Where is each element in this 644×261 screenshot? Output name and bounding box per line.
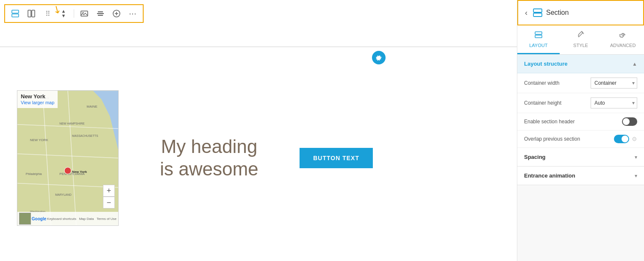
svg-text:MARYLAND: MARYLAND	[55, 193, 71, 196]
map-controls: + −	[103, 185, 115, 208]
container-height-select[interactable]: Auto Min Height Full Height	[591, 97, 637, 108]
spacing-chevron: ▾	[635, 154, 637, 160]
panel-title: Section	[546, 9, 569, 17]
map-thumbnail	[19, 213, 31, 225]
map-city-name: New York	[21, 93, 54, 100]
section-panel-icon	[533, 8, 543, 18]
svg-rect-4	[81, 11, 88, 16]
map-footer-text: Keyboard shortcuts Map Data Terms of Use	[47, 217, 117, 221]
svg-point-5	[83, 12, 84, 14]
tab-layout[interactable]: LAYOUT	[517, 25, 560, 54]
layout-structure-header[interactable]: Layout structure ▲	[517, 55, 644, 73]
google-logo: Google	[32, 217, 46, 221]
container-width-label: Container width	[524, 80, 559, 86]
panel-tabs: LAYOUT STYLE ADVANCED	[517, 25, 644, 55]
image-widget-btn[interactable]	[78, 7, 91, 20]
tab-style-label: STYLE	[573, 43, 588, 48]
section-icon-btn[interactable]	[8, 7, 22, 20]
layout-tab-icon	[534, 31, 543, 41]
heading-line2: is awesome	[131, 158, 287, 180]
svg-rect-8	[98, 15, 103, 16]
svg-text:Philadelphia: Philadelphia	[26, 172, 42, 176]
heading-line1: My heading	[131, 136, 287, 158]
more-options-btn[interactable]: ⋯	[126, 7, 139, 20]
svg-rect-2	[28, 10, 31, 17]
section-content: NEW YORK PENNSYLVANIA Philadelphia MARYL…	[0, 55, 390, 261]
enable-section-header-toggle[interactable]	[622, 117, 637, 126]
container-height-select-wrapper[interactable]: Auto Min Height Full Height	[591, 97, 637, 108]
svg-rect-1	[12, 14, 19, 17]
overlap-previous-section-row: Overlap previous section ⚙	[517, 130, 644, 148]
heading-widget: My heading is awesome	[119, 136, 300, 180]
svg-text:MASSACHUSETTS: MASSACHUSETTS	[72, 134, 98, 137]
add-section-btn[interactable]	[110, 7, 123, 20]
map-widget[interactable]: NEW YORK PENNSYLVANIA Philadelphia MARYL…	[17, 90, 119, 226]
overlap-toggle-wrapper: ⚙	[614, 135, 637, 143]
map-footer: Google Keyboard shortcuts Map Data Terms…	[17, 212, 118, 225]
advanced-tab-icon	[619, 31, 627, 41]
svg-point-27	[64, 167, 71, 174]
layout-structure-title: Layout structure	[524, 61, 568, 67]
column-icon-btn[interactable]	[25, 7, 38, 20]
enable-section-header-label: Enable section header	[524, 119, 575, 125]
svg-rect-31	[535, 32, 542, 34]
toggle-gear-icon[interactable]: ⚙	[632, 136, 637, 142]
svg-rect-30	[533, 13, 542, 17]
style-tab-icon	[577, 31, 585, 41]
svg-rect-6	[98, 11, 103, 12]
right-panel: ‹ Section LAYOUT STYLE	[517, 0, 644, 261]
align-btn[interactable]	[94, 7, 107, 20]
spacing-title: Spacing	[524, 154, 546, 160]
tab-layout-label: LAYOUT	[529, 43, 547, 48]
svg-rect-32	[535, 35, 542, 38]
map-zoom-out-btn[interactable]: −	[103, 197, 115, 208]
container-height-row: Container height Auto Min Height Full He…	[517, 93, 644, 113]
panel-back-btn[interactable]: ‹	[525, 8, 527, 17]
map-zoom-in-btn[interactable]: +	[103, 185, 115, 197]
tab-advanced-label: ADVANCED	[610, 43, 636, 48]
svg-text:New York: New York	[72, 170, 87, 174]
svg-rect-3	[32, 10, 35, 17]
entrance-animation-chevron: ▾	[635, 173, 637, 179]
tab-advanced[interactable]: ADVANCED	[602, 25, 644, 54]
container-height-label: Container height	[524, 100, 561, 106]
tab-style[interactable]: STYLE	[560, 25, 602, 54]
layout-structure-chevron: ▲	[632, 61, 637, 67]
canvas-area: ↘ ⠿ ▲▼	[0, 0, 517, 261]
svg-text:NEW YORK: NEW YORK	[30, 138, 49, 142]
enable-section-header-toggle-wrapper	[622, 117, 637, 126]
divider-1	[74, 9, 74, 18]
svg-text:NEW HAMPSHIRE: NEW HAMPSHIRE	[59, 122, 85, 125]
enable-section-header-row: Enable section header	[517, 113, 644, 130]
overlap-previous-section-toggle[interactable]	[614, 135, 629, 143]
svg-rect-0	[12, 10, 19, 13]
entrance-animation-title: Entrance animation	[524, 172, 575, 179]
spacing-header[interactable]: Spacing ▾	[517, 148, 644, 167]
container-width-row: Container width Container Full Width Box…	[517, 73, 644, 93]
overlap-previous-section-label: Overlap previous section	[524, 136, 580, 142]
container-width-select-wrapper[interactable]: Container Full Width Boxed	[591, 78, 637, 89]
map-view-link[interactable]: View larger map	[21, 100, 54, 105]
svg-rect-29	[533, 9, 542, 12]
container-width-select[interactable]: Container Full Width Boxed	[591, 78, 637, 89]
entrance-animation-header[interactable]: Entrance animation ▾	[517, 167, 644, 185]
svg-rect-7	[97, 13, 104, 14]
svg-text:MAINE: MAINE	[87, 105, 97, 108]
button-widget[interactable]: BUTTON TEXT	[300, 148, 373, 168]
section-divider-line	[0, 47, 517, 47]
map-overlay: New York View larger map	[17, 91, 58, 108]
toolbar: ⠿ ▲▼ ⋯	[4, 4, 144, 23]
panel-header: ‹ Section	[517, 0, 644, 25]
